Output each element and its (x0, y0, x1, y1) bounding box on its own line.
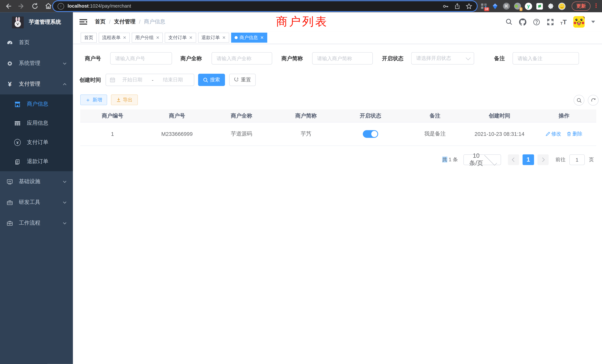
breadcrumb: 首页 / 支付管理 / 商户信息 (95, 12, 165, 32)
breadcrumb-separator: / (109, 19, 110, 25)
cell-short-name: 芋艿 (274, 122, 338, 146)
status-toggle[interactable] (363, 130, 378, 138)
font-size-icon[interactable]: TT (560, 19, 567, 25)
password-key-icon[interactable] (442, 3, 449, 10)
close-icon[interactable]: ✕ (189, 35, 193, 40)
status-select[interactable]: 请选择开启状态 (411, 52, 474, 64)
briefcase-icon (7, 220, 13, 226)
tag-merchant-info[interactable]: 商户信息✕ (231, 33, 267, 43)
close-icon[interactable]: ✕ (260, 35, 264, 40)
yen-icon: ¥ (7, 81, 13, 87)
close-icon[interactable]: ✕ (123, 35, 126, 40)
gem-extension-icon[interactable] (491, 2, 499, 10)
tag-refund-order[interactable]: 退款订单✕ (198, 33, 229, 43)
browser-back-icon[interactable] (5, 3, 11, 10)
sidebar-item-infra[interactable]: 基础设施 (0, 171, 73, 192)
add-button[interactable]: ＋ 新增 (80, 95, 107, 105)
help-icon[interactable] (533, 18, 540, 25)
site-info-icon[interactable]: i (58, 3, 64, 10)
avatar-caret-icon[interactable] (591, 21, 595, 23)
create-time-range-picker[interactable]: 开始日期 - 结束日期 (106, 74, 194, 86)
header-search-icon[interactable] (505, 18, 512, 25)
tags-view: 首页 流程表单✕ 用户分组✕ 支付订单✕ 退款订单✕ 商户信息✕ (73, 32, 602, 44)
page-size-value: 10条/页 (469, 152, 483, 167)
browser-menu-icon[interactable]: ⋮ (593, 2, 599, 9)
share-icon[interactable] (454, 3, 460, 9)
full-name-label: 商户全称 (181, 52, 202, 64)
date-start-placeholder: 开始日期 (115, 76, 149, 83)
breadcrumb-home[interactable]: 首页 (95, 18, 106, 25)
sidebar-item-label: 支付订单 (27, 139, 48, 146)
close-icon[interactable]: ✕ (222, 35, 226, 40)
github-icon[interactable] (519, 18, 526, 25)
extension-strip: 10 ⌘ 1 y (480, 0, 566, 12)
page-size-select[interactable]: 10条/页 (463, 154, 501, 165)
sidebar-item-label: 研发工具 (19, 199, 40, 206)
table-search-toggle-icon[interactable] (574, 95, 584, 106)
yen-circle-icon: ¥ (14, 139, 21, 146)
browser-update-button[interactable]: 更新 (572, 1, 591, 11)
sidebar-item-pay-order[interactable]: ¥ 支付订单 (0, 133, 73, 152)
edit-link[interactable]: 修改 (546, 130, 561, 137)
next-page-button[interactable] (538, 154, 549, 165)
dashboard-icon (7, 39, 13, 46)
breadcrumb-current: 商户信息 (144, 18, 165, 25)
browser-reload-icon[interactable] (32, 3, 38, 10)
user-avatar[interactable] (573, 16, 585, 28)
date-separator: - (149, 77, 156, 83)
full-name-input[interactable] (212, 52, 272, 64)
close-icon[interactable]: ✕ (156, 35, 159, 40)
sidebar-item-app-info[interactable]: 应用信息 (0, 114, 73, 133)
browser-forward-icon[interactable] (18, 3, 25, 10)
sidebar-item-refund-order[interactable]: 退款订单 (0, 152, 73, 171)
col-header: 商户简称 (274, 109, 338, 122)
sidebar-item-workflow[interactable]: 工作流程 (0, 213, 73, 234)
cell-remark: 我是备注 (403, 122, 467, 146)
merchant-no-input[interactable] (110, 52, 172, 64)
reset-button[interactable]: 重置 (229, 74, 256, 86)
sidebar-item-payment[interactable]: ¥ 支付管理 (0, 74, 73, 95)
sidebar-item-dev-tools[interactable]: 研发工具 (0, 192, 73, 213)
breadcrumb-section[interactable]: 支付管理 (114, 18, 136, 25)
page-unit-label: 页 (589, 154, 594, 165)
delete-link[interactable]: 删除 (567, 130, 582, 137)
grid-table-icon (14, 120, 21, 126)
yuque-extension-icon[interactable]: y (525, 2, 532, 10)
table-refresh-icon[interactable] (588, 95, 599, 106)
fullscreen-icon[interactable] (547, 18, 554, 25)
sidebar-item-merchant-info[interactable]: 商户信息 (0, 95, 73, 114)
prev-page-button[interactable] (508, 154, 519, 165)
recorder-extension-icon[interactable]: 1 (514, 2, 521, 10)
emoji-avatar-icon[interactable] (558, 2, 566, 10)
col-header: 商户号 (145, 109, 209, 122)
toolbox-icon (7, 199, 13, 205)
tag-label: 退款订单 (202, 34, 220, 41)
page-number-1[interactable]: 1 (523, 154, 534, 165)
extensions-puzzle-icon[interactable] (547, 2, 554, 10)
address-bar[interactable]: i localhost:1024/pay/merchant (53, 1, 477, 11)
sidebar: 芋道管理系统 首页 系统管理 ¥ 支付管理 商户信息 (0, 12, 73, 364)
cell-full-name: 芋道源码 (209, 122, 274, 146)
remark-input[interactable] (513, 52, 579, 64)
command-extension-icon[interactable]: ⌘ (503, 2, 510, 10)
tag-home[interactable]: 首页 (81, 33, 97, 43)
sidebar-item-system[interactable]: 系统管理 (0, 53, 73, 74)
cell-create-time: 2021-10-23 08:31:14 (467, 122, 532, 146)
grid-extension-icon[interactable]: 10 (480, 2, 487, 10)
goto-label: 前往 (556, 154, 566, 165)
export-button[interactable]: 导出 (111, 95, 138, 105)
tag-user-group[interactable]: 用户分组✕ (132, 33, 163, 43)
bookmark-star-icon[interactable] (466, 3, 472, 10)
sidebar-collapse-icon[interactable] (79, 18, 87, 26)
sidebar-item-home[interactable]: 首页 (0, 32, 73, 53)
search-button[interactable]: 搜索 (198, 74, 225, 86)
tag-pay-order[interactable]: 支付订单✕ (165, 33, 196, 43)
tag-label: 用户分组 (135, 34, 154, 41)
tag-process-form[interactable]: 流程表单✕ (99, 33, 130, 43)
app-logo-row[interactable]: 芋道管理系统 (0, 12, 73, 32)
goto-page-input[interactable] (569, 154, 585, 165)
browser-home-icon[interactable] (45, 3, 52, 10)
search-button-label: 搜索 (210, 76, 220, 83)
short-name-input[interactable] (312, 52, 373, 64)
notes-extension-icon[interactable] (536, 2, 543, 10)
